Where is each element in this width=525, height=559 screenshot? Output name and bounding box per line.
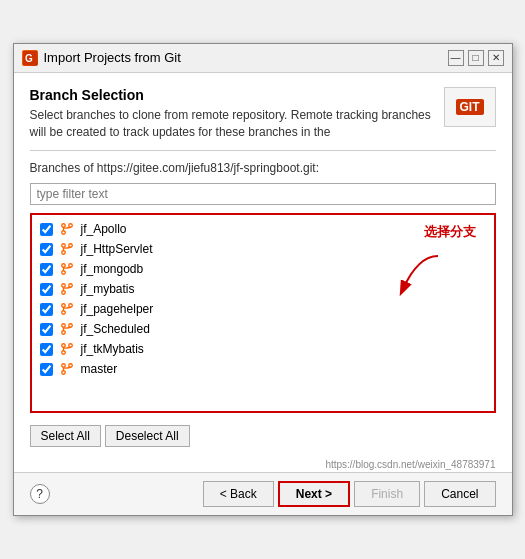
- section-description: Select branches to clone from remote rep…: [30, 107, 434, 141]
- maximize-button[interactable]: □: [468, 50, 484, 66]
- svg-point-7: [68, 244, 72, 248]
- branch-name: jf_HttpServlet: [81, 242, 153, 256]
- branch-name: master: [81, 362, 118, 376]
- next-button[interactable]: Next >: [278, 481, 350, 507]
- branch-name: jf_tkMybatis: [81, 342, 144, 356]
- branch-icon: [59, 341, 75, 357]
- branch-name: jf_mongodb: [81, 262, 144, 276]
- filter-input[interactable]: [30, 183, 496, 205]
- header-text: Branch Selection Select branches to clon…: [30, 87, 434, 141]
- help-button[interactable]: ?: [30, 484, 50, 504]
- divider: [30, 150, 496, 151]
- svg-point-14: [61, 304, 65, 308]
- svg-point-8: [61, 264, 65, 268]
- branches-label: Branches of https://gitee.com/jiefu813/j…: [30, 161, 496, 175]
- branch-name: jf_pagehelper: [81, 302, 154, 316]
- dialog: G Import Projects from Git — □ ✕ Branch …: [13, 43, 513, 517]
- branch-checkbox[interactable]: [40, 223, 53, 236]
- svg-point-17: [61, 324, 65, 328]
- branch-item: jf_tkMybatis: [38, 339, 488, 359]
- branch-item: jf_mongodb: [38, 259, 488, 279]
- select-all-button[interactable]: Select All: [30, 425, 101, 447]
- git-logo-text: GIT: [456, 99, 484, 115]
- svg-point-18: [61, 331, 65, 335]
- svg-point-24: [61, 371, 65, 375]
- svg-point-10: [68, 264, 72, 268]
- branch-checkbox[interactable]: [40, 363, 53, 376]
- branch-icon: [59, 301, 75, 317]
- svg-point-22: [68, 344, 72, 348]
- svg-point-21: [61, 351, 65, 355]
- footer: ? < Back Next > Finish Cancel: [14, 472, 512, 515]
- branch-checkbox[interactable]: [40, 263, 53, 276]
- branch-checkbox[interactable]: [40, 283, 53, 296]
- deselect-all-button[interactable]: Deselect All: [105, 425, 190, 447]
- branch-checkbox[interactable]: [40, 243, 53, 256]
- svg-point-11: [61, 284, 65, 288]
- svg-point-12: [61, 291, 65, 295]
- branch-item: jf_Apollo: [38, 219, 488, 239]
- svg-point-13: [68, 284, 72, 288]
- svg-point-25: [68, 364, 72, 368]
- svg-point-6: [61, 251, 65, 255]
- branch-item: jf_pagehelper: [38, 299, 488, 319]
- finish-button[interactable]: Finish: [354, 481, 420, 507]
- select-buttons: Select All Deselect All: [30, 425, 496, 447]
- dialog-icon: G: [22, 50, 38, 66]
- watermark: https://blog.csdn.net/weixin_48783971: [14, 457, 512, 472]
- branch-item: jf_mybatis: [38, 279, 488, 299]
- title-bar: G Import Projects from Git — □ ✕: [14, 44, 512, 73]
- svg-point-16: [68, 304, 72, 308]
- back-button[interactable]: < Back: [203, 481, 274, 507]
- branch-icon: [59, 361, 75, 377]
- branch-name: jf_Scheduled: [81, 322, 150, 336]
- svg-point-23: [61, 364, 65, 368]
- git-logo: GIT: [444, 87, 496, 127]
- branch-icon: [59, 221, 75, 237]
- branch-icon: [59, 321, 75, 337]
- branch-name: jf_mybatis: [81, 282, 135, 296]
- svg-point-5: [61, 244, 65, 248]
- svg-point-2: [61, 224, 65, 228]
- section-title: Branch Selection: [30, 87, 434, 103]
- branch-checkbox[interactable]: [40, 323, 53, 336]
- svg-point-15: [61, 311, 65, 315]
- close-button[interactable]: ✕: [488, 50, 504, 66]
- branch-item: jf_HttpServlet: [38, 239, 488, 259]
- svg-point-4: [68, 224, 72, 228]
- branch-checkbox[interactable]: [40, 343, 53, 356]
- branch-icon: [59, 261, 75, 277]
- branch-item: master: [38, 359, 488, 379]
- title-bar-left: G Import Projects from Git: [22, 50, 181, 66]
- branch-item: jf_Scheduled: [38, 319, 488, 339]
- header-section: Branch Selection Select branches to clon…: [30, 87, 496, 141]
- branch-checkbox[interactable]: [40, 303, 53, 316]
- branch-name: jf_Apollo: [81, 222, 127, 236]
- branch-list: jf_Apollo jf_HttpServlet jf_mongodb jf_m…: [30, 213, 496, 413]
- window-controls: — □ ✕: [448, 50, 504, 66]
- minimize-button[interactable]: —: [448, 50, 464, 66]
- dialog-title: Import Projects from Git: [44, 50, 181, 65]
- svg-point-20: [61, 344, 65, 348]
- branch-icon: [59, 241, 75, 257]
- dialog-content: Branch Selection Select branches to clon…: [14, 73, 512, 458]
- svg-point-19: [68, 324, 72, 328]
- svg-point-9: [61, 271, 65, 275]
- footer-buttons: < Back Next > Finish Cancel: [203, 481, 496, 507]
- branch-icon: [59, 281, 75, 297]
- cancel-button[interactable]: Cancel: [424, 481, 495, 507]
- svg-point-3: [61, 231, 65, 235]
- svg-text:G: G: [25, 53, 33, 64]
- footer-left: ?: [30, 484, 50, 504]
- branch-list-wrapper: jf_Apollo jf_HttpServlet jf_mongodb jf_m…: [30, 213, 496, 413]
